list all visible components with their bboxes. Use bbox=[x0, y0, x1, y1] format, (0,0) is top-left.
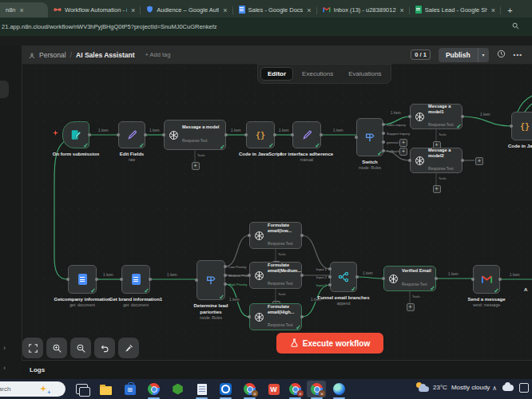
history-icon[interactable] bbox=[497, 49, 506, 60]
green-app-icon[interactable] bbox=[171, 382, 185, 396]
add-node-button[interactable]: + bbox=[399, 148, 407, 156]
add-node-button[interactable]: + bbox=[475, 157, 483, 165]
tray-chevron-icon[interactable]: ∧ bbox=[492, 385, 497, 392]
input-port[interactable] bbox=[328, 267, 332, 271]
input-port[interactable] bbox=[328, 283, 332, 286]
publish-button[interactable]: Publish bbox=[439, 48, 478, 62]
wps-office-icon[interactable]: W bbox=[267, 382, 280, 396]
node-edit-fields[interactable]: ✓ bbox=[118, 121, 145, 148]
success-check-icon: ✓ bbox=[83, 142, 89, 149]
node-message-a-model2[interactable]: Message a model2Response Text bbox=[410, 148, 463, 173]
connection-items-label: 1 item bbox=[277, 128, 291, 132]
chrome-icon[interactable] bbox=[147, 382, 161, 396]
tab-close-icon[interactable]: × bbox=[131, 6, 135, 14]
zoom-search-icon[interactable] bbox=[512, 22, 519, 31]
browser-tab-5[interactable]: Sales Lead - Google Sheet× bbox=[410, 2, 501, 18]
tab-close-icon[interactable]: × bbox=[307, 6, 311, 14]
node-formulate-email-medium[interactable]: Formulate email(Medium...Response Text bbox=[249, 262, 302, 289]
sidebar-chevron-icon[interactable]: › bbox=[3, 344, 6, 352]
taskbar-weather[interactable]: 23°C Mostly cloudy bbox=[415, 382, 490, 392]
edge-icon[interactable] bbox=[332, 382, 346, 396]
tab-executions[interactable]: Executions bbox=[296, 68, 339, 80]
connection-wire[interactable] bbox=[302, 235, 330, 269]
chrome-active-icon[interactable]: u bbox=[310, 382, 324, 396]
fit-view-button[interactable] bbox=[22, 338, 43, 358]
notepad-icon[interactable] bbox=[195, 382, 208, 396]
node-getcompany-information[interactable]: ✓ bbox=[68, 265, 97, 294]
file-explorer-icon[interactable] bbox=[99, 382, 113, 396]
add-tool-button[interactable]: + bbox=[433, 185, 441, 193]
output-port[interactable] bbox=[382, 132, 385, 135]
tab-close-icon[interactable]: × bbox=[400, 6, 404, 14]
blue-app-icon[interactable] bbox=[219, 382, 232, 396]
node-formulate-email-low[interactable]: Formulate email(low...Response Text bbox=[249, 222, 302, 249]
zoom-in-button[interactable] bbox=[46, 338, 67, 358]
sidebar-collapsed-panel-button[interactable] bbox=[0, 81, 9, 98]
connection-wire[interactable] bbox=[357, 277, 383, 279]
tab-title: Audience – Google Auth Pl bbox=[157, 6, 219, 14]
tray-device-icon[interactable] bbox=[519, 383, 529, 393]
node-on-form-submission[interactable]: ✓ bbox=[62, 121, 89, 148]
node-send-a-message[interactable]: ✓ bbox=[473, 265, 500, 294]
tab-close-icon[interactable]: × bbox=[491, 6, 495, 14]
logs-chevron-icon[interactable]: › bbox=[3, 364, 6, 372]
input-port[interactable] bbox=[328, 275, 332, 279]
add-tool-button[interactable]: + bbox=[407, 303, 415, 311]
output-port[interactable] bbox=[382, 149, 385, 152]
code-icon: {} bbox=[520, 122, 530, 131]
node-switch[interactable]: ✓ bbox=[356, 118, 383, 156]
tab-evaluations[interactable]: Evaluations bbox=[342, 68, 387, 80]
browser-tab-0[interactable]: n8n× bbox=[0, 2, 48, 18]
more-options-button[interactable]: ••• bbox=[514, 51, 522, 58]
browser-tab-4[interactable]: Inbox (13) - u28389012@g× bbox=[317, 2, 410, 18]
taskbar-search[interactable]: Search bbox=[0, 381, 66, 397]
add-tool-button[interactable]: + bbox=[192, 162, 200, 170]
node-funnel-email-branches[interactable]: ✓ bbox=[330, 262, 357, 292]
chrome-profile-icon[interactable]: u bbox=[243, 382, 256, 396]
publish-dropdown-button[interactable]: ▾ bbox=[478, 48, 489, 62]
browser-tab-1[interactable]: Workflow Automation - n8× bbox=[48, 2, 141, 18]
workflow-title[interactable]: AI Sales Assistant bbox=[76, 51, 134, 59]
onedrive-icon[interactable] bbox=[502, 385, 514, 391]
node-message-a-model[interactable]: Message a modelResponse Text✓ bbox=[164, 120, 226, 150]
connection-wire[interactable] bbox=[518, 96, 532, 112]
tab-editor[interactable]: Editor bbox=[260, 67, 293, 81]
browser-tab-2[interactable]: Audience – Google Auth Pl× bbox=[141, 2, 232, 18]
connection-wire[interactable] bbox=[225, 235, 249, 267]
success-check-icon: ✓ bbox=[219, 294, 224, 301]
openai-icon bbox=[415, 112, 425, 122]
node-formulate-email-high[interactable]: Formulate email(High...Response Text✓ bbox=[249, 303, 302, 330]
node-code-in-java[interactable]: {}✓ bbox=[511, 112, 532, 140]
connection-wire[interactable] bbox=[463, 117, 511, 126]
node-message-a-model1[interactable]: Message a model1Response Text✓ bbox=[410, 104, 463, 129]
new-tab-button[interactable]: + bbox=[507, 6, 512, 15]
tab-close-icon[interactable]: × bbox=[223, 6, 227, 14]
undo-button[interactable] bbox=[94, 338, 115, 358]
output-port[interactable] bbox=[382, 123, 385, 126]
node-determine-lead-pariorties[interactable]: ✓ bbox=[197, 260, 225, 300]
browser-tab-3[interactable]: Sales - Google Docs× bbox=[233, 2, 317, 18]
task-view-icon[interactable] bbox=[75, 382, 89, 396]
url-text[interactable]: 21.app.n8n.cloud/workflow/nWV3hPyjBHgQ0t… bbox=[0, 23, 512, 30]
output-port[interactable] bbox=[224, 274, 227, 277]
zoom-out-button[interactable] bbox=[70, 338, 91, 358]
logs-panel-header[interactable]: Logs bbox=[22, 360, 532, 379]
output-port[interactable] bbox=[382, 140, 385, 144]
node-verified-email[interactable]: Verified EmailResponse Text✓ bbox=[383, 266, 436, 291]
output-port[interactable] bbox=[224, 282, 227, 286]
tools-port-label: Tools bbox=[439, 176, 447, 180]
add-tag-button[interactable]: + Add tag bbox=[145, 51, 170, 58]
add-node-button[interactable]: + bbox=[399, 139, 407, 147]
output-port[interactable] bbox=[224, 265, 227, 268]
tidy-workflow-button[interactable] bbox=[118, 338, 139, 358]
execute-workflow-button[interactable]: Execute workflow bbox=[276, 333, 383, 354]
url-bar[interactable]: 21.app.n8n.cloud/workflow/nWV3hPyjBHgQ0t… bbox=[0, 18, 532, 36]
publish-button-group[interactable]: Publish ▾ bbox=[439, 48, 489, 62]
chrome-profile2-icon[interactable]: u bbox=[288, 382, 302, 396]
microsoft-store-icon[interactable]: ⊞ bbox=[123, 382, 137, 396]
tab-close-icon[interactable]: × bbox=[20, 6, 24, 14]
node-code-in-javascript[interactable]: {}✓ bbox=[246, 121, 275, 148]
project-name[interactable]: Personal bbox=[39, 51, 66, 59]
node-for-interface-adherence[interactable]: ✓ bbox=[292, 121, 321, 148]
node-get-brand-information1[interactable]: ✓ bbox=[121, 265, 150, 294]
